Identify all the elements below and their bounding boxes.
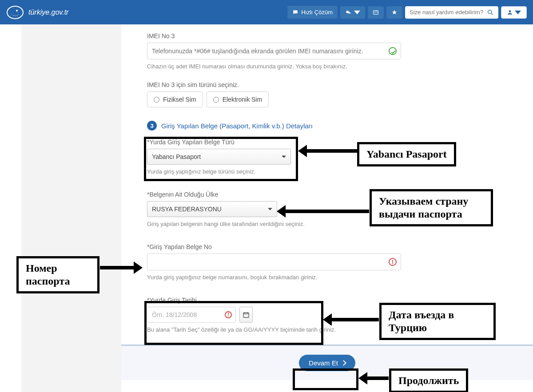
- docno-label: Giriş Yapılan Belge No: [147, 243, 515, 250]
- continue-label: Devam Et: [309, 359, 338, 367]
- radio-icon: [154, 97, 159, 103]
- docno-helper: Yurda giriş yaptığınız belge numarasını,…: [147, 274, 515, 281]
- section-number: 3: [147, 121, 157, 131]
- doctype-helper: Yurda giriş yaptığınız belge türünü seçi…: [147, 168, 515, 175]
- sim-electronic-option[interactable]: Elektronik Sim: [207, 91, 269, 107]
- sim-opt2-label: Elektronik Sim: [223, 96, 262, 103]
- svg-point-1: [16, 10, 18, 12]
- radio-icon: [213, 97, 219, 103]
- doctype-value: Yabancı Pasaport: [152, 153, 201, 160]
- error-icon: !: [225, 311, 232, 318]
- doctype-select[interactable]: Yabancı Pasaport: [147, 149, 291, 165]
- chevron-down-icon: [282, 156, 286, 158]
- entrydate-input[interactable]: Örn. 18/12/2008 !: [147, 307, 236, 323]
- section-title: Giriş Yapılan Belge (Pasaport, Kimlik v.…: [161, 122, 313, 130]
- logo-icon: [6, 4, 26, 20]
- sim-physical-option[interactable]: Fiziksel Sim: [147, 91, 203, 107]
- imei3-label: IMEI No 3: [147, 32, 515, 40]
- sidebar: [21, 24, 121, 392]
- chevron-down-icon: [268, 208, 272, 210]
- callout-yabanci: Yabancı Pasaport: [357, 142, 456, 166]
- docno-input[interactable]: [147, 253, 401, 270]
- country-select[interactable]: RUSYA FEDERASYONU: [147, 201, 277, 217]
- docno-input-wrap: !: [147, 253, 401, 270]
- site-logo[interactable]: türkiye.gov.tr: [6, 4, 68, 20]
- imei3-input[interactable]: [147, 43, 401, 59]
- calendar-button[interactable]: [239, 307, 253, 323]
- imei3-helper: Cihazın üç adet IMEI numarası olması dur…: [147, 63, 515, 70]
- logo-text: türkiye.gov.tr: [28, 8, 68, 16]
- callout-number: Номер паспорта: [16, 256, 99, 293]
- svg-point-0: [7, 6, 23, 19]
- entrydate-placeholder: Örn. 18/12/2008: [152, 311, 197, 318]
- simtype-label: IMEI No 3 için sim türünü seçiniz.: [147, 81, 515, 88]
- sim-opt1-label: Fiziksel Sim: [163, 96, 196, 103]
- error-icon: !: [389, 258, 397, 266]
- doctype-label: Yurda Giriş Yapılan Belge Türü: [147, 139, 515, 146]
- simtype-options: Fiziksel Sim Elektronik Sim: [147, 91, 515, 107]
- form-footer: Devam Et: [121, 344, 533, 380]
- section-3-heading: 3 Giriş Yapılan Belge (Pasaport, Kimlik …: [147, 121, 515, 131]
- country-value: RUSYA FEDERASYONU: [152, 206, 222, 213]
- calendar-icon: [243, 311, 250, 318]
- callout-country: Указываем страну выдачи паспорта: [370, 189, 493, 226]
- svg-rect-8: [243, 313, 249, 317]
- continue-button[interactable]: Devam Et: [299, 355, 355, 371]
- chevron-right-icon: [341, 360, 346, 366]
- callout-continue: Продолжить: [389, 368, 468, 392]
- check-icon: [389, 47, 397, 55]
- imei3-input-wrap: [147, 43, 401, 59]
- callout-date: Дата въезда в Турцию: [379, 303, 496, 340]
